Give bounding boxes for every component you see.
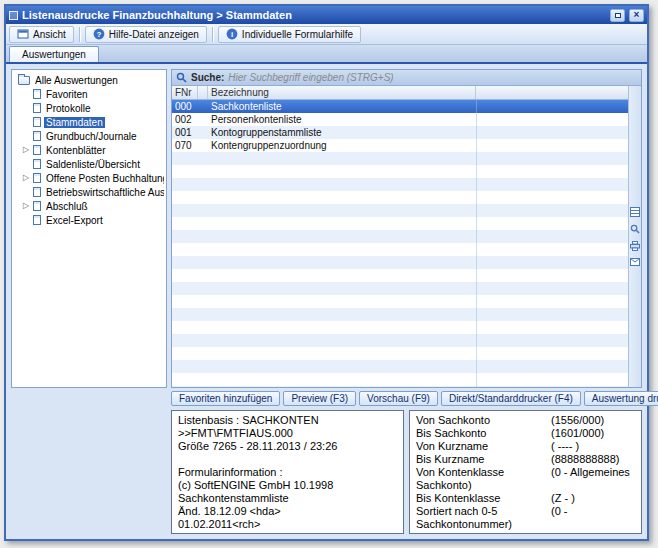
cell-rest xyxy=(476,100,628,113)
restore-icon xyxy=(615,13,621,18)
param-row: Von Kurzname( ---- ) xyxy=(416,440,635,453)
tab-strip: Auswertungen xyxy=(6,45,647,64)
list-panel: Suche: FNr Bezeichnung 000 xyxy=(171,69,642,388)
info-line xyxy=(178,453,397,466)
document-icon xyxy=(33,187,41,197)
document-icon xyxy=(33,145,41,155)
param-value: (Z - ) xyxy=(551,492,575,504)
param-row: Bis Kurzname(8888888888) xyxy=(416,453,635,466)
tab-auswertungen[interactable]: Auswertungen xyxy=(9,46,99,62)
info-line: Änd. 18.12.09 <hda> xyxy=(178,505,397,518)
svg-text:i: i xyxy=(231,30,233,39)
tree-item-label: Abschluß xyxy=(44,201,90,212)
document-icon xyxy=(33,117,41,127)
document-icon xyxy=(33,201,41,211)
titlebar: Listenausdrucke Finanzbuchhaltung > Stam… xyxy=(6,6,647,24)
param-label: Bis Kurzname xyxy=(416,453,551,466)
print-icon[interactable] xyxy=(630,241,640,251)
empty-rows xyxy=(172,152,628,387)
tree-item-label: Stammdaten xyxy=(44,117,105,128)
info-line: 01.02.2011<rch> xyxy=(178,518,397,531)
table-row[interactable]: 001 Kontogruppenstammliste xyxy=(172,126,628,139)
tree-item-kontenblaetter[interactable]: ▷ Kontenblätter xyxy=(14,143,164,157)
search-input[interactable] xyxy=(228,72,637,83)
column-header-bezeichnung[interactable]: Bezeichnung xyxy=(208,86,476,99)
columns-icon[interactable] xyxy=(630,207,640,217)
tree-item-abschluss[interactable]: ▷ Abschluß xyxy=(14,199,164,213)
formularhilfe-label: Individuelle Formularhilfe xyxy=(242,29,353,40)
expand-arrow-icon[interactable]: ▷ xyxy=(22,143,30,157)
ansicht-label: Ansicht xyxy=(33,29,66,40)
window-icon xyxy=(9,11,18,20)
cell-fnr: 000 xyxy=(172,100,198,113)
restore-button[interactable] xyxy=(610,9,625,22)
document-icon xyxy=(33,159,41,169)
hilfe-datei-button[interactable]: ? Hilfe-Datei anzeigen xyxy=(85,26,207,43)
vorschau-button[interactable]: Vorschau (F9) xyxy=(359,391,438,406)
svg-text:?: ? xyxy=(96,30,101,39)
tree-item-protokolle[interactable]: Protokolle xyxy=(14,101,164,115)
document-icon xyxy=(33,173,41,183)
document-icon xyxy=(33,89,41,99)
tree-item-saldenliste-uebersicht[interactable]: Saldenliste/Übersicht xyxy=(14,157,164,171)
formularhilfe-button[interactable]: i Individuelle Formularhilfe xyxy=(218,26,361,43)
favoriten-hinzufuegen-button[interactable]: Favoriten hinzufügen xyxy=(171,391,280,406)
side-icon-strip xyxy=(628,86,641,387)
mail-icon[interactable] xyxy=(630,258,640,266)
tree-item-label: Alle Auswertungen xyxy=(33,75,120,86)
info-line: Listenbasis : SACHKONTEN xyxy=(178,414,397,427)
tree-item-grundbuch-journale[interactable]: Grundbuch/Journale xyxy=(14,129,164,143)
direkt-standarddrucker-button[interactable]: Direkt/Standarddrucker (F4) xyxy=(441,391,581,406)
tree-item-label: Kontenblätter xyxy=(44,145,108,156)
list-info-box: Listenbasis : SACHKONTEN >>FMT\FMTFIAUS.… xyxy=(171,410,404,534)
param-row: Bis Sachkonto(1601/000) xyxy=(416,427,635,440)
cell-flag xyxy=(198,139,208,152)
tree-item-label: Betriebswirtschaftliche Auswertungen xyxy=(44,187,164,198)
table-row[interactable]: 070 Kontengruppenzuordnung xyxy=(172,139,628,152)
search-icon[interactable] xyxy=(630,224,640,234)
tree-item-betriebswirtschaftliche-auswertungen[interactable]: Betriebswirtschaftliche Auswertungen xyxy=(14,185,164,199)
param-value: (1556/000) xyxy=(551,414,604,426)
document-icon xyxy=(33,103,41,113)
param-value: ( ---- ) xyxy=(551,440,579,452)
action-button-row: Favoriten hinzufügen Preview (F3) Vorsch… xyxy=(171,391,642,406)
close-button[interactable]: × xyxy=(629,9,644,22)
param-value: (1601/000) xyxy=(551,427,604,439)
param-label: Von Kontenklasse xyxy=(416,466,551,479)
param-row: Von Sachkonto(1556/000) xyxy=(416,414,635,427)
table-row[interactable]: 000 Sachkontenliste xyxy=(172,100,628,113)
cell-flag xyxy=(198,113,208,126)
info-line: Größe 7265 - 28.11.2013 / 23:26 xyxy=(178,440,397,453)
preview-button[interactable]: Preview (F3) xyxy=(283,391,356,406)
table-row[interactable]: 002 Personenkontenliste xyxy=(172,113,628,126)
tree-item-stammdaten[interactable]: Stammdaten xyxy=(14,115,164,129)
toolbar-separator xyxy=(212,27,213,42)
expand-arrow-icon[interactable]: ▷ xyxy=(22,171,30,185)
cell-flag xyxy=(198,100,208,113)
tree-item-excel-export[interactable]: Excel-Export xyxy=(14,213,164,227)
tree-item-label: Offene Posten Buchhaltung xyxy=(44,173,164,184)
parameters-box: Von Sachkonto(1556/000) Bis Sachkonto(16… xyxy=(409,410,642,534)
cell-bezeichnung: Sachkontenliste xyxy=(208,100,476,113)
info-icon: i xyxy=(226,28,238,40)
ansicht-button[interactable]: Ansicht xyxy=(9,26,74,43)
param-row: Von Kontenklasse(0 - Allgemeines Sachkon… xyxy=(416,466,635,492)
tree-item-alle-auswertungen[interactable]: Alle Auswertungen xyxy=(14,73,164,87)
param-row: Sortiert nach 0-5(0 - Sachkontonummer) xyxy=(416,505,635,531)
tree-item-label: Protokolle xyxy=(44,103,92,114)
tree-item-favoriten[interactable]: Favoriten xyxy=(14,87,164,101)
cell-bezeichnung: Kontengruppenzuordnung xyxy=(208,139,476,152)
search-bar[interactable]: Suche: xyxy=(172,70,641,86)
column-header-flag[interactable] xyxy=(198,86,208,99)
view-icon xyxy=(17,28,29,40)
document-icon xyxy=(33,131,41,141)
document-icon xyxy=(33,215,41,225)
column-header-fnr[interactable]: FNr xyxy=(172,86,198,99)
tree-item-label: Excel-Export xyxy=(44,215,105,226)
param-label: Von Sachkonto xyxy=(416,414,551,427)
tree-item-offene-posten-buchhaltung[interactable]: ▷ Offene Posten Buchhaltung xyxy=(14,171,164,185)
auswertung-drucken-button[interactable]: Auswertung drucken xyxy=(584,391,658,406)
tree-panel: Alle Auswertungen Favoriten Protokolle S… xyxy=(11,69,167,388)
cell-bezeichnung: Personenkontenliste xyxy=(208,113,476,126)
expand-arrow-icon[interactable]: ▷ xyxy=(22,199,30,213)
